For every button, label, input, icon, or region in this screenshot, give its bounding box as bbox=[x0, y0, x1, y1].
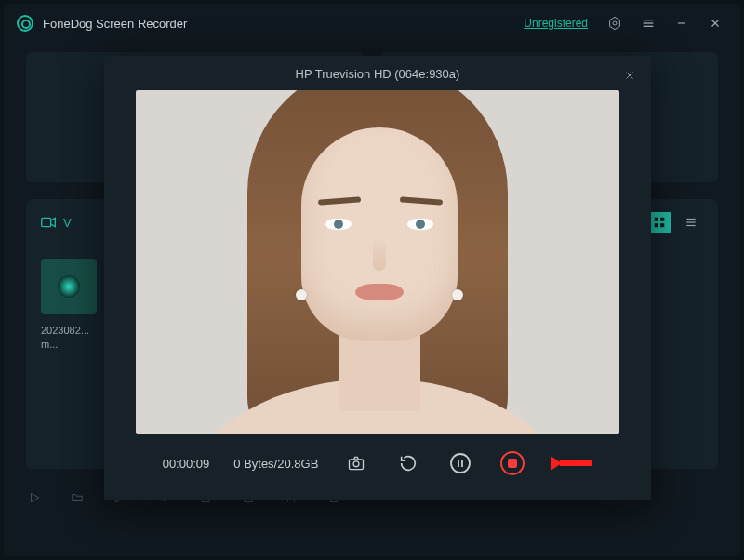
pause-button[interactable] bbox=[446, 449, 474, 477]
menu-icon[interactable] bbox=[636, 11, 660, 35]
svg-rect-9 bbox=[655, 218, 658, 221]
svg-point-34 bbox=[353, 461, 359, 467]
svg-point-1 bbox=[613, 21, 617, 25]
app-window: FoneDog Screen Recorder Unregistered Vid… bbox=[4, 4, 740, 556]
storage-info: 0 Bytes/20.8GB bbox=[233, 457, 318, 471]
close-button[interactable] bbox=[703, 11, 727, 35]
elapsed-time: 00:00:09 bbox=[163, 457, 210, 471]
svg-marker-0 bbox=[610, 17, 620, 29]
modal-header: HP Truevision HD (064e:930a) bbox=[115, 65, 640, 90]
webcam-preview bbox=[136, 90, 619, 434]
svg-rect-12 bbox=[660, 223, 664, 227]
registration-link[interactable]: Unregistered bbox=[524, 17, 588, 30]
titlebar: FoneDog Screen Recorder Unregistered bbox=[4, 4, 740, 43]
section-header: V bbox=[63, 216, 72, 230]
modal-close-button[interactable] bbox=[619, 65, 640, 86]
settings-icon[interactable] bbox=[603, 11, 627, 35]
app-logo-icon bbox=[17, 15, 33, 32]
recording-controls: 00:00:09 0 Bytes/20.8GB bbox=[115, 434, 640, 477]
folder-icon[interactable] bbox=[69, 489, 86, 506]
minimize-button[interactable] bbox=[670, 11, 694, 35]
video-icon bbox=[41, 217, 56, 228]
app-title: FoneDog Screen Recorder bbox=[43, 17, 187, 31]
snapshot-button[interactable] bbox=[342, 449, 370, 477]
recording-thumbnail[interactable] bbox=[41, 259, 97, 314]
view-list-button[interactable] bbox=[679, 212, 703, 233]
restart-button[interactable] bbox=[394, 449, 422, 477]
annotation-arrow-icon bbox=[551, 457, 592, 470]
play-icon[interactable] bbox=[26, 489, 43, 506]
svg-rect-10 bbox=[660, 218, 664, 221]
webcam-recording-modal: HP Truevision HD (064e:930a) 00:00:09 0 … bbox=[104, 56, 651, 500]
svg-point-35 bbox=[451, 454, 470, 473]
svg-marker-16 bbox=[32, 493, 39, 501]
stop-record-button[interactable] bbox=[498, 449, 526, 477]
modal-title: HP Truevision HD (064e:930a) bbox=[296, 67, 460, 81]
svg-rect-11 bbox=[655, 223, 658, 227]
svg-rect-8 bbox=[42, 218, 51, 226]
